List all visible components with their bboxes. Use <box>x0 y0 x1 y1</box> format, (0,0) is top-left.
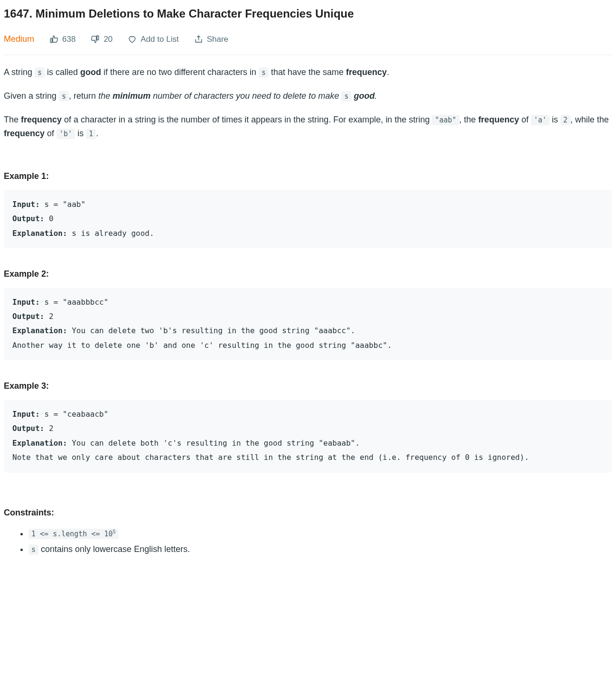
example-3-block: Input: s = "ceabaacb" Output: 2 Explanat… <box>4 400 612 473</box>
code-a: 'a' <box>531 115 550 125</box>
description-p3: The frequency of a character in a string… <box>4 113 612 141</box>
constraints-heading: Constraints: <box>4 506 612 520</box>
share-icon <box>194 35 203 44</box>
like-count: 638 <box>62 33 75 46</box>
code-aab: "aab" <box>432 115 459 125</box>
problem-description: A string s is called good if there are n… <box>4 65 612 141</box>
constraint-code: 1 <= s.length <= 105 <box>28 529 119 539</box>
example-1-heading: Example 1: <box>4 169 612 183</box>
dislike-count: 20 <box>103 33 112 46</box>
dislike-button[interactable]: 20 <box>91 33 112 46</box>
share-label: Share <box>207 33 228 46</box>
thumbs-down-icon <box>91 35 100 44</box>
share-button[interactable]: Share <box>194 33 228 46</box>
like-button[interactable]: 638 <box>49 33 75 46</box>
code-b: 'b' <box>56 129 75 139</box>
add-to-list-label: Add to List <box>140 33 178 46</box>
code-s: s <box>259 67 269 78</box>
code-s: s <box>341 91 351 102</box>
code-2: 2 <box>560 115 570 125</box>
problem-title: 1647. Minimum Deletions to Make Characte… <box>4 5 612 23</box>
constraints-list: 1 <= s.length <= 105 s contains only low… <box>4 526 612 557</box>
constraint-code: s <box>28 544 38 555</box>
code-s: s <box>35 67 45 78</box>
code-1: 1 <box>86 129 96 139</box>
meta-row: Medium 638 20 Add to List Share <box>4 32 612 55</box>
difficulty-badge: Medium <box>4 32 34 46</box>
example-3-heading: Example 3: <box>4 379 612 393</box>
example-2-heading: Example 2: <box>4 267 612 281</box>
description-p2: Given a string s, return the minimum num… <box>4 89 612 103</box>
example-1-block: Input: s = "aab" Output: 0 Explanation: … <box>4 190 612 248</box>
constraint-item: 1 <= s.length <= 105 <box>28 526 612 541</box>
example-2-block: Input: s = "aaabbbcc" Output: 2 Explanat… <box>4 288 612 361</box>
add-to-list-button[interactable]: Add to List <box>128 33 178 46</box>
constraint-item: s contains only lowercase English letter… <box>28 542 612 557</box>
code-s: s <box>59 91 69 102</box>
heart-icon <box>128 35 137 44</box>
description-p1: A string s is called good if there are n… <box>4 65 612 80</box>
thumbs-up-icon <box>49 35 58 44</box>
